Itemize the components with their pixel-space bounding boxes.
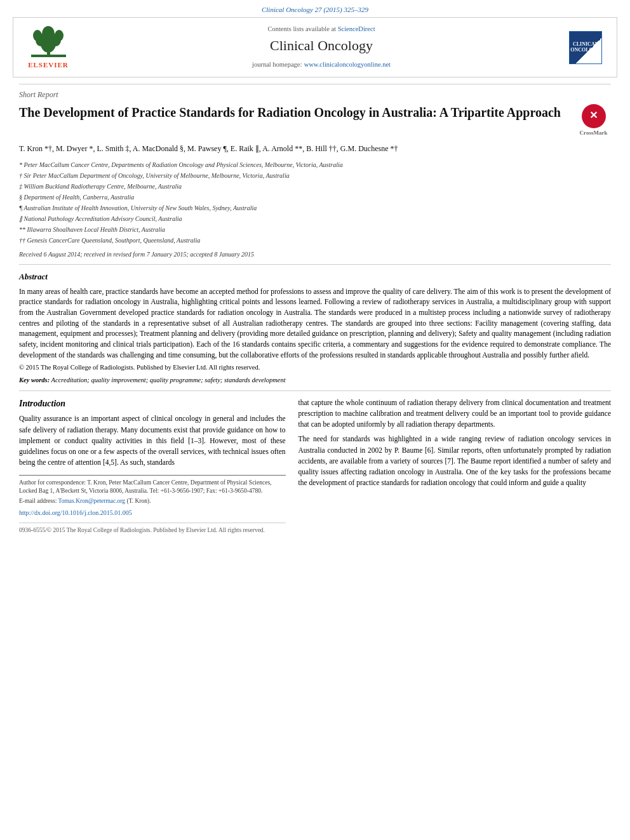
abstract-section: Abstract In many areas of health care, p… (19, 271, 611, 390)
intro-text-left: Quality assurance is an important aspect… (19, 413, 286, 468)
abstract-title: Abstract (19, 271, 611, 283)
article-title-block: The Development of Practice Standards fo… (19, 104, 611, 137)
introduction-heading: Introduction (19, 397, 286, 410)
journal-url[interactable]: www.clinicaloncologyonline.net (304, 61, 391, 68)
article-title-text: The Development of Practice Standards fo… (19, 104, 576, 121)
footnote-email-suffix: (T. Kron). (126, 498, 151, 504)
journal-homepage-line: journal homepage: www.clinicaloncologyon… (74, 58, 569, 70)
intro-text-right-p1: that capture the whole continuum of radi… (298, 397, 611, 430)
svg-point-5 (33, 30, 42, 41)
affiliation-3: ‡ William Buckland Radiotherapy Centre, … (19, 182, 611, 191)
authors-line: T. Kron *†, M. Dwyer *, L. Smith ‡, A. M… (19, 143, 611, 155)
intro-col-left: Introduction Quality assurance is an imp… (19, 397, 286, 535)
journal-title-area: Contents lists available at ScienceDirec… (74, 25, 569, 70)
affiliation-2: † Sir Peter MacCallum Department of Onco… (19, 171, 611, 180)
intro-text-right-p2: The need for standards was highlighted i… (298, 434, 611, 488)
affiliations-block: * Peter MacCallum Cancer Centre, Departm… (19, 160, 611, 245)
affiliation-7: ** Illawarra Shoalhaven Local Health Dis… (19, 225, 611, 234)
journal-citation-bar: Clinical Oncology 27 (2015) 325–329 (0, 0, 630, 17)
svg-rect-7 (31, 55, 66, 57)
clinical-oncology-logo-icon: CLINICALONCOLOGY (569, 31, 602, 64)
crossmark-badge[interactable]: ✕ CrossMark (576, 104, 611, 137)
footnote-email-label: E-mail address: (19, 498, 57, 504)
abstract-copyright: © 2015 The Royal College of Radiologists… (19, 363, 611, 373)
received-dates-line: Received 6 August 2014; received in revi… (19, 250, 611, 265)
keywords-values: Accreditation; quality improvement; qual… (51, 377, 286, 383)
crossmark-label: CrossMark (580, 130, 608, 137)
introduction-section: Introduction Quality assurance is an imp… (19, 397, 611, 535)
svg-point-4 (42, 26, 55, 41)
main-content: Short Report The Development of Practice… (0, 77, 630, 542)
co-logo: CLINICALONCOLOGY (569, 31, 607, 64)
elsevier-wordmark: ELSEVIER (28, 60, 69, 70)
affiliation-1: * Peter MacCallum Cancer Centre, Departm… (19, 160, 611, 170)
footnote-author: Author for correspondence: T. Kron, Pete… (19, 479, 286, 496)
page: Clinical Oncology 27 (2015) 325–329 ELSE… (0, 0, 630, 840)
science-direct-link[interactable]: ScienceDirect (338, 25, 375, 32)
science-direct-line: Contents lists available at ScienceDirec… (74, 25, 569, 34)
intro-col-right: that capture the whole continuum of radi… (298, 397, 611, 535)
affiliation-8: †† Genesis CancerCare Queensland, Southp… (19, 236, 611, 245)
journal-header: ELSEVIER Contents lists available at Sci… (13, 17, 617, 77)
crossmark-icon: ✕ (582, 104, 606, 128)
journal-main-title: Clinical Oncology (74, 36, 569, 56)
svg-point-6 (55, 30, 64, 41)
doi-link[interactable]: http://dx.doi.org/10.1016/j.clon.2015.01… (19, 509, 286, 517)
elsevier-logo: ELSEVIER (23, 24, 74, 70)
journal-citation: Clinical Oncology 27 (2015) 325–329 (262, 6, 368, 13)
abstract-body: In many areas of health care, practice s… (19, 286, 611, 361)
footnote-email-link[interactable]: Tomas.Kron@petermac.org (58, 498, 126, 504)
keywords-label: Key words: (19, 377, 50, 383)
keywords-line: Key words: Accreditation; quality improv… (19, 376, 611, 391)
affiliation-5: ¶ Australian Institute of Health Innovat… (19, 203, 611, 213)
affiliation-6: ∥ National Pathology Accreditation Advis… (19, 214, 611, 223)
bottom-copyright: 0936-6555/© 2015 The Royal College of Ra… (19, 523, 286, 535)
footnote-section: Author for correspondence: T. Kron, Pete… (19, 475, 286, 506)
affiliation-4: § Department of Health, Canberra, Austra… (19, 192, 611, 202)
elsevier-tree-icon (31, 24, 66, 59)
article-type-label: Short Report (19, 84, 611, 100)
footnote-email-line: E-mail address: Tomas.Kron@petermac.org … (19, 497, 286, 505)
